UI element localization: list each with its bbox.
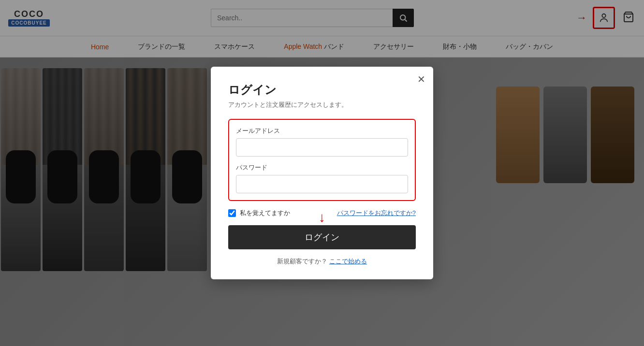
modal-overlay: ✕ ログイン アカウントと注文履歴にアクセスします。 メールアドレス パスワード… (0, 0, 644, 346)
password-input[interactable] (236, 175, 408, 193)
remember-checkbox[interactable] (228, 209, 236, 217)
forgot-password-link[interactable]: パスワードをお忘れですか? (337, 209, 416, 217)
signup-prompt: 新規顧客ですか？ (277, 258, 327, 265)
modal-close-button[interactable]: ✕ (417, 73, 425, 85)
arrow-down-indicator: ↓ (319, 210, 325, 225)
credentials-field-group: メールアドレス パスワード (228, 119, 416, 201)
login-button[interactable]: ログイン (228, 225, 416, 249)
signup-link[interactable]: ここで始める (329, 258, 367, 265)
email-label: メールアドレス (236, 127, 408, 135)
signup-row: 新規顧客ですか？ ここで始める (228, 257, 416, 266)
password-label: パスワード (236, 163, 408, 172)
login-modal: ✕ ログイン アカウントと注文履歴にアクセスします。 メールアドレス パスワード… (211, 67, 433, 279)
modal-subtitle: アカウントと注文履歴にアクセスします。 (228, 101, 416, 109)
login-btn-wrap: ↓ ログイン (228, 225, 416, 249)
remember-area: 私を覚えてますか (228, 209, 290, 217)
remember-label: 私を覚えてますか (240, 209, 290, 217)
modal-title: ログイン (228, 82, 416, 98)
email-input[interactable] (236, 138, 408, 157)
